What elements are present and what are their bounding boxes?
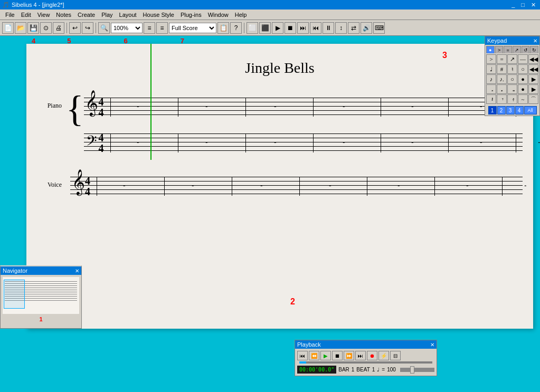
menu-file[interactable]: File — [2, 11, 18, 19]
menu-plugins[interactable]: Plug-ins — [177, 11, 205, 19]
voice-staves: 𝄞 4 4 — [70, 171, 523, 199]
pb-play-button[interactable]: ▶ — [320, 351, 331, 360]
kp-right1[interactable]: ▶ — [528, 74, 538, 84]
zoom-select[interactable]: 100% — [111, 23, 143, 33]
pb-tempo-slider[interactable] — [400, 368, 434, 372]
kp-circle[interactable]: ○ — [518, 64, 528, 74]
maximize-button[interactable]: □ — [519, 2, 527, 8]
minimize-button[interactable]: _ — [509, 2, 517, 8]
menu-layout[interactable]: Layout — [116, 11, 140, 19]
pb-rewind-button[interactable]: ⏪ — [309, 351, 319, 360]
zoom-out-button[interactable]: ≡ — [144, 22, 155, 34]
tb-btn7[interactable]: ⌨ — [373, 22, 385, 34]
pb-end-button[interactable]: ⏭ — [355, 351, 366, 360]
pb-extra-button[interactable]: ⊟ — [390, 351, 401, 360]
kp-tab-5[interactable]: ↺ — [522, 46, 530, 53]
kp-tab-6[interactable]: ↻ — [530, 46, 538, 53]
view-btn1[interactable]: ⬜ — [247, 22, 258, 34]
kp-tab-3[interactable]: = — [504, 46, 512, 53]
zoom-in-button[interactable]: ≡ — [156, 22, 168, 34]
new-button[interactable]: 📄 — [2, 22, 14, 34]
kp-num-2[interactable]: 2 — [497, 106, 506, 114]
score-btn1[interactable]: 📋 — [217, 22, 229, 34]
kp-tilde[interactable]: ~ — [518, 94, 528, 104]
score-select[interactable]: Full Score — [169, 23, 216, 33]
menu-create[interactable]: Create — [74, 11, 98, 19]
print-button[interactable]: 🖨 — [53, 22, 64, 34]
redo-button[interactable]: ↪ — [82, 22, 93, 34]
tb-btn2[interactable]: ⏮ — [310, 22, 321, 34]
pb-forward-button[interactable]: ⏩ — [344, 351, 354, 360]
keypad-close-button[interactable]: ✕ — [533, 38, 537, 44]
kp-natural[interactable]: ♮ — [507, 64, 517, 74]
pb-record-button[interactable]: ⏺ — [367, 351, 377, 360]
close-button[interactable]: ✕ — [529, 2, 538, 8]
kp-right2[interactable]: ▶ — [528, 84, 538, 94]
kp-tab-2[interactable]: > — [495, 46, 504, 53]
open-button[interactable]: 📂 — [15, 22, 26, 34]
menu-play[interactable]: Play — [98, 11, 116, 19]
kp-rewind[interactable]: ◀◀ — [528, 64, 538, 74]
barline-v5 — [434, 177, 435, 196]
kp-rest2[interactable]: 𝄾 — [497, 94, 507, 104]
kp-num-1[interactable]: 1 — [488, 106, 497, 114]
kp-rest1[interactable]: 𝄽 — [486, 94, 496, 104]
pb-progress-bar[interactable] — [299, 361, 432, 364]
kp-tab-4[interactable]: ↗ — [513, 46, 521, 53]
kp-all-button[interactable]: All — [524, 106, 537, 114]
navigator-close-button[interactable]: ✕ — [75, 268, 79, 274]
keypad-grid: > = ↗ — ◀◀ ♩ # ♮ ○ ◀◀ ♪ ♪. ○ ● ▶ 𝅗 𝅗. 𝅝 … — [485, 53, 539, 105]
pb-stop-button[interactable]: ⏹ — [332, 351, 343, 360]
kp-pause[interactable]: ⌒ — [528, 94, 538, 104]
stop-btn[interactable]: ⏹ — [285, 22, 296, 34]
kp-sharp[interactable]: # — [497, 64, 507, 74]
toolbar: 📄 📂 💾 ⊙ 🖨 ↩ ↪ 🔍 100% ≡ ≡ Full Score 📋 ? … — [0, 20, 540, 36]
kp-num-4[interactable]: 4 — [515, 106, 524, 114]
tb-btn1[interactable]: ⏭ — [297, 22, 309, 34]
tb-btn3[interactable]: ⏸ — [323, 22, 334, 34]
kp-equals[interactable]: = — [497, 54, 507, 64]
kp-tab-1[interactable]: ● — [486, 46, 495, 53]
tb-btn5[interactable]: ⇄ — [348, 22, 359, 34]
kp-whole[interactable]: 𝅝 — [507, 84, 517, 94]
menu-edit[interactable]: Edit — [18, 11, 34, 19]
playback-controls: ⏮ ⏪ ▶ ⏹ ⏩ ⏭ ⏺ ⚡ ⊟ — [295, 349, 437, 361]
save-button[interactable]: 💾 — [27, 22, 39, 34]
pb-lightning-button[interactable]: ⚡ — [378, 351, 389, 360]
undo-button[interactable]: ↩ — [69, 22, 81, 34]
kp-filled2[interactable]: ● — [518, 84, 528, 94]
help-btn[interactable]: ? — [230, 22, 242, 34]
nav-viewport[interactable] — [4, 280, 25, 309]
kp-eighth-dot[interactable]: ♪. — [497, 74, 507, 84]
menu-notes[interactable]: Notes — [53, 11, 74, 19]
tb-btn6[interactable]: 🔊 — [361, 22, 372, 34]
kp-arrow-up[interactable]: ↗ — [507, 54, 517, 64]
navigator-title: Navigator — [3, 267, 27, 274]
menu-housestyle[interactable]: House Style — [140, 11, 177, 19]
kp-eighth[interactable]: ♪ — [486, 74, 496, 84]
pb-rewind-start-button[interactable]: ⏮ — [297, 351, 308, 360]
play-btn[interactable]: ▶ — [272, 22, 283, 34]
label-7: 7 — [181, 37, 184, 45]
tb-btn4[interactable]: ↕ — [335, 22, 347, 34]
sep2 — [96, 23, 96, 33]
menu-help[interactable]: Help — [232, 11, 250, 19]
view-btn2[interactable]: ⬛ — [259, 22, 271, 34]
menu-view[interactable]: View — [34, 11, 53, 19]
playback-close-button[interactable]: ✕ — [430, 342, 434, 348]
sep3 — [244, 23, 244, 33]
kp-open[interactable]: ○ — [507, 74, 517, 84]
disk-button[interactable]: ⊙ — [40, 22, 52, 34]
kp-half[interactable]: 𝅗 — [486, 84, 496, 94]
kp-num-3[interactable]: 3 — [506, 106, 515, 114]
kp-rest3[interactable]: 𝄿 — [507, 94, 517, 104]
kp-greater[interactable]: > — [486, 54, 496, 64]
kp-natural1[interactable]: ♩ — [486, 64, 496, 74]
find-button[interactable]: 🔍 — [98, 22, 110, 34]
kp-filled[interactable]: ● — [518, 74, 528, 84]
kp-half-dot[interactable]: 𝅗. — [497, 84, 507, 94]
piano-label: Piano — [37, 102, 66, 110]
menu-window[interactable]: Window — [205, 11, 232, 19]
kp-dot[interactable]: — — [518, 54, 528, 64]
kp-back[interactable]: ◀◀ — [528, 54, 538, 64]
